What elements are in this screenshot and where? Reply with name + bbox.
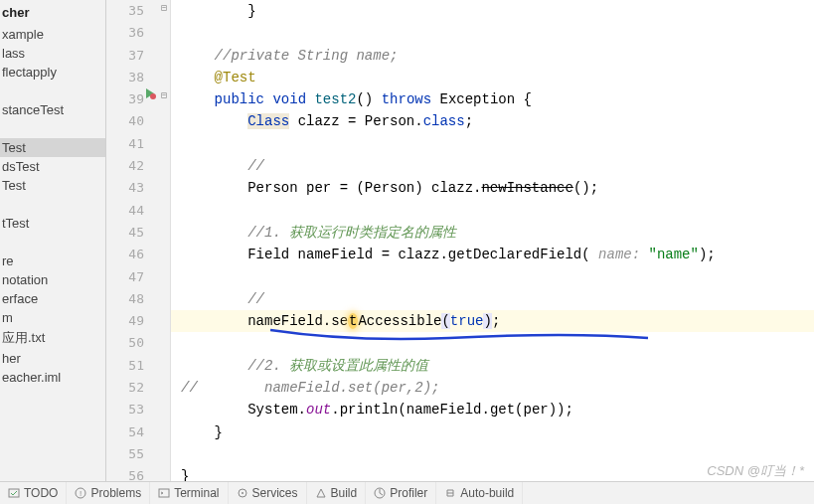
line-number[interactable]: 54	[106, 421, 170, 443]
line-number[interactable]: 43	[106, 177, 170, 199]
bottom-tab-todo[interactable]: TODO	[0, 482, 67, 504]
bottom-tab-label: Terminal	[174, 486, 219, 500]
sidebar-item[interactable]: 应用.txt	[0, 327, 105, 349]
line-number[interactable]: 44	[106, 200, 170, 222]
sidebar-item[interactable]: xample	[0, 25, 105, 44]
line-number[interactable]: 41	[106, 133, 170, 155]
line-number[interactable]: 47	[106, 266, 170, 288]
line-number[interactable]: 49	[106, 310, 170, 332]
code-line[interactable]	[171, 266, 814, 288]
bottom-tab-build[interactable]: Build	[307, 482, 367, 504]
line-number[interactable]: 50	[106, 332, 170, 354]
line-number[interactable]: 51	[106, 355, 170, 377]
sidebar-item[interactable]: stanceTest	[0, 100, 105, 119]
sidebar-item[interactable]: notation	[0, 270, 105, 289]
code-line[interactable]	[171, 133, 814, 155]
bottom-tool-bar: TODO!ProblemsTerminalServicesBuildProfil…	[0, 481, 814, 504]
run-icon[interactable]	[144, 87, 156, 99]
sidebar-item[interactable]	[0, 195, 105, 214]
main-container: cher xamplelassflectapply stanceTest Tes…	[0, 0, 814, 481]
terminal-icon	[158, 487, 170, 499]
bottom-tab-auto-build[interactable]: Auto-build	[436, 482, 523, 504]
line-gutter[interactable]: ⊟ ⊟ 353637383940414243444546474849505152…	[106, 0, 171, 481]
problems-icon: !	[75, 487, 86, 499]
autobuild-icon	[444, 487, 456, 499]
sidebar-item[interactable]: re	[0, 252, 105, 270]
line-number[interactable]: 37	[106, 45, 170, 67]
sidebar-item[interactable]: her	[0, 349, 105, 368]
code-line[interactable]: //2. 获取或设置此属性的值	[171, 355, 814, 377]
line-number[interactable]: 53	[106, 399, 170, 420]
sidebar-item[interactable]: m	[0, 308, 105, 327]
svg-point-7	[242, 492, 244, 494]
sidebar-item[interactable]: dsTest	[0, 157, 105, 176]
line-number[interactable]: 40	[106, 110, 170, 132]
fold-icon[interactable]: ⊟	[161, 2, 167, 13]
sidebar-item[interactable]	[0, 119, 105, 138]
todo-icon	[8, 487, 20, 499]
code-line[interactable]: // nameField.set(per,2);	[171, 377, 814, 399]
line-number[interactable]: 36	[106, 22, 170, 44]
code-line[interactable]: Person per = (Person) clazz.newInstance(…	[171, 177, 814, 199]
code-line[interactable]: Class clazz = Person.class;	[171, 110, 814, 132]
svg-point-1	[150, 93, 156, 99]
sidebar-items: xamplelassflectapply stanceTest TestdsTe…	[0, 25, 105, 387]
code-line[interactable]: //private String name;	[171, 45, 814, 67]
sidebar-item[interactable]: Test	[0, 176, 105, 195]
code-line[interactable]: System.out.println(nameField.get(per));	[171, 399, 814, 420]
bottom-tab-label: Build	[331, 486, 358, 500]
sidebar-item[interactable]: lass	[0, 44, 105, 63]
code-editor[interactable]: } //private String name; @Test public vo…	[171, 0, 814, 481]
bottom-tab-terminal[interactable]: Terminal	[150, 482, 228, 504]
code-line[interactable]	[171, 332, 814, 354]
svg-text:!: !	[80, 489, 81, 498]
code-line[interactable]: }	[171, 421, 814, 443]
code-line[interactable]	[171, 200, 814, 222]
sidebar-header: cher	[0, 0, 105, 25]
bottom-tab-problems[interactable]: !Problems	[67, 482, 150, 504]
code-line[interactable]: nameField.setAccessible(true);	[171, 310, 814, 332]
bottom-tab-profiler[interactable]: Profiler	[366, 482, 436, 504]
code-line[interactable]: //	[171, 155, 814, 177]
line-number[interactable]: 38	[106, 67, 170, 88]
line-number[interactable]: 55	[106, 443, 170, 465]
code-line[interactable]: //	[171, 288, 814, 310]
sidebar-item[interactable]: Test	[0, 138, 105, 157]
svg-rect-2	[9, 489, 19, 497]
fold-icon[interactable]: ⊟	[161, 89, 167, 100]
code-line[interactable]: Field nameField = clazz.getDeclaredField…	[171, 244, 814, 265]
watermark: CSDN @叮当！*	[707, 462, 804, 480]
sidebar-item[interactable]	[0, 233, 105, 252]
sidebar-item[interactable]: tTest	[0, 214, 105, 233]
profiler-icon	[374, 487, 386, 499]
sidebar-item[interactable]: erface	[0, 289, 105, 308]
line-number[interactable]: 52	[106, 377, 170, 399]
project-sidebar[interactable]: cher xamplelassflectapply stanceTest Tes…	[0, 0, 106, 481]
code-line[interactable]: }	[171, 0, 814, 22]
bottom-tab-label: Auto-build	[460, 486, 514, 500]
code-line[interactable]: @Test	[171, 67, 814, 88]
code-line[interactable]: public void test2() throws Exception {	[171, 88, 814, 110]
services-icon	[237, 487, 248, 499]
code-line[interactable]: //1. 获取运行时类指定名的属性	[171, 222, 814, 244]
line-number[interactable]: 46	[106, 244, 170, 265]
bottom-tab-services[interactable]: Services	[229, 482, 307, 504]
build-icon	[315, 487, 327, 499]
bottom-tab-label: Profiler	[390, 486, 427, 500]
sidebar-item[interactable]: flectapply	[0, 63, 105, 82]
sidebar-item[interactable]	[0, 82, 105, 100]
sidebar-item[interactable]: eacher.iml	[0, 368, 105, 387]
bottom-tab-label: TODO	[24, 486, 58, 500]
code-line[interactable]	[171, 22, 814, 44]
line-number[interactable]: 42	[106, 155, 170, 177]
bottom-tab-label: Problems	[90, 486, 141, 500]
bottom-tab-label: Services	[252, 486, 298, 500]
line-number[interactable]: 45	[106, 222, 170, 244]
line-number[interactable]: 48	[106, 288, 170, 310]
